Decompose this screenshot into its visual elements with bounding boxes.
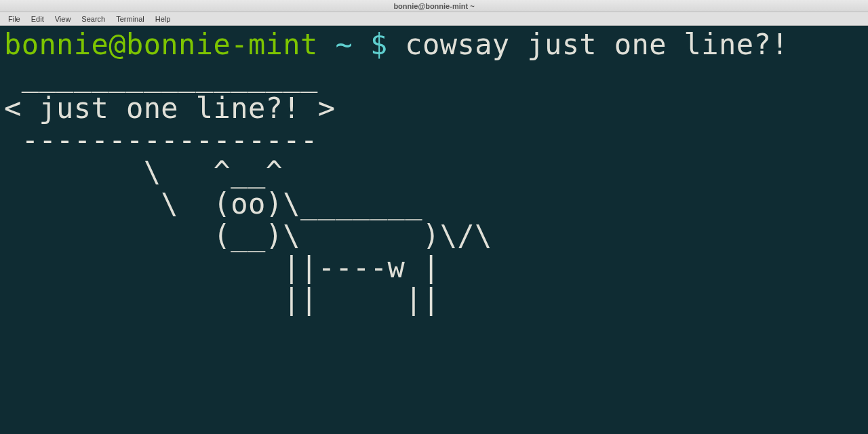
menu-help[interactable]: Help xyxy=(150,12,176,26)
output-line-0: _________________ xyxy=(4,60,318,93)
menubar: File Edit View Search Terminal Help xyxy=(0,12,868,26)
output-line-6: ||----w | xyxy=(4,251,440,284)
terminal-viewport[interactable]: bonnie@bonnie-mint ~ $ cowsay just one l… xyxy=(0,26,868,434)
prompt-user-host: bonnie@bonnie-mint xyxy=(4,28,318,61)
output-line-4: \ (oo)\_______ xyxy=(4,187,422,220)
menu-search[interactable]: Search xyxy=(76,12,111,26)
output-line-2: ----------------- xyxy=(4,123,318,157)
output-line-3: \ ^__^ xyxy=(4,155,283,189)
command-text: cowsay just one line?! xyxy=(405,28,789,61)
menu-view[interactable]: View xyxy=(50,12,77,26)
menu-terminal[interactable]: Terminal xyxy=(111,12,150,26)
prompt-symbol: $ xyxy=(370,28,388,61)
output-line-7: || || xyxy=(4,283,440,316)
window-titlebar: bonnie@bonnie-mint ~ xyxy=(0,0,868,12)
output-line-1: < just one line?! > xyxy=(4,92,335,125)
menu-edit[interactable]: Edit xyxy=(26,12,50,26)
menu-file[interactable]: File xyxy=(3,12,26,26)
window-title: bonnie@bonnie-mint ~ xyxy=(393,2,474,10)
prompt-cwd: ~ xyxy=(335,28,353,61)
output-line-5: (__)\ )\/\ xyxy=(4,219,492,252)
